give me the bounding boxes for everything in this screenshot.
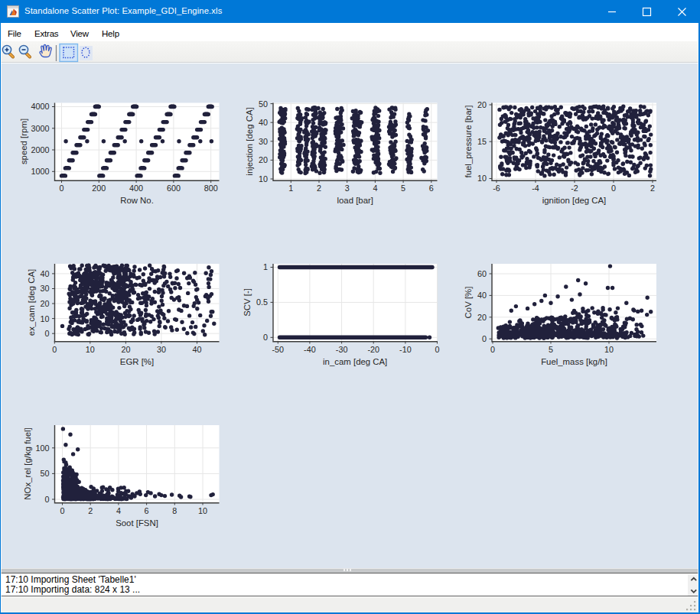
svg-text:CoV [%]: CoV [%] bbox=[464, 287, 473, 319]
svg-text:40: 40 bbox=[192, 345, 201, 354]
svg-text:10: 10 bbox=[604, 345, 614, 354]
svg-text:10: 10 bbox=[86, 345, 95, 354]
svg-text:600: 600 bbox=[167, 184, 181, 193]
svg-text:30: 30 bbox=[157, 345, 166, 354]
svg-text:-20: -20 bbox=[367, 345, 379, 354]
svg-text:speed [rpm]: speed [rpm] bbox=[19, 119, 28, 164]
svg-text:3: 3 bbox=[345, 184, 350, 193]
svg-text:0: 0 bbox=[59, 184, 63, 193]
svg-text:0: 0 bbox=[44, 329, 49, 338]
svg-text:2: 2 bbox=[88, 506, 93, 515]
svg-text:0: 0 bbox=[490, 345, 495, 354]
svg-text:20: 20 bbox=[477, 313, 487, 322]
svg-text:10: 10 bbox=[259, 174, 268, 184]
svg-text:load [bar]: load [bar] bbox=[337, 196, 373, 205]
svg-text:0: 0 bbox=[52, 345, 57, 354]
svg-text:15: 15 bbox=[477, 137, 487, 146]
svg-text:6: 6 bbox=[145, 506, 149, 515]
svg-text:NOx_rel [g/kg fuel]: NOx_rel [g/kg fuel] bbox=[23, 427, 32, 499]
svg-text:5: 5 bbox=[401, 184, 405, 193]
svg-text:40: 40 bbox=[40, 269, 49, 278]
svg-text:-2: -2 bbox=[571, 184, 578, 193]
svg-text:30: 30 bbox=[40, 284, 49, 293]
svg-text:3000: 3000 bbox=[31, 124, 49, 133]
svg-text:6: 6 bbox=[429, 184, 434, 193]
svg-text:0: 0 bbox=[482, 334, 487, 343]
svg-text:ex_cam [deg CA]: ex_cam [deg CA] bbox=[27, 269, 36, 336]
svg-text:20: 20 bbox=[259, 155, 268, 164]
svg-text:0: 0 bbox=[60, 506, 64, 515]
svg-text:200: 200 bbox=[92, 184, 106, 193]
svg-text:4: 4 bbox=[116, 506, 121, 515]
svg-text:0: 0 bbox=[44, 495, 49, 504]
svg-text:10: 10 bbox=[477, 174, 487, 183]
svg-text:10: 10 bbox=[198, 506, 207, 515]
svg-text:-10: -10 bbox=[399, 345, 412, 354]
svg-text:injection [deg CA]: injection [deg CA] bbox=[245, 107, 254, 175]
svg-text:ignition [deg CA]: ignition [deg CA] bbox=[542, 196, 607, 205]
svg-text:-40: -40 bbox=[304, 345, 316, 354]
svg-text:0.5: 0.5 bbox=[256, 297, 268, 307]
svg-text:Soot [FSN]: Soot [FSN] bbox=[116, 518, 158, 528]
svg-text:20: 20 bbox=[121, 345, 130, 354]
svg-text:SCV [-]: SCV [-] bbox=[243, 288, 252, 317]
svg-text:-4: -4 bbox=[532, 184, 539, 193]
svg-text:8: 8 bbox=[172, 506, 177, 515]
svg-text:1: 1 bbox=[263, 262, 268, 271]
svg-text:40: 40 bbox=[477, 291, 487, 300]
svg-text:0: 0 bbox=[435, 345, 439, 354]
svg-text:1: 1 bbox=[288, 184, 293, 193]
svg-text:5: 5 bbox=[549, 345, 553, 354]
svg-text:2: 2 bbox=[317, 184, 321, 193]
svg-text:EGR [%]: EGR [%] bbox=[120, 357, 154, 366]
svg-text:40: 40 bbox=[259, 118, 268, 127]
svg-text:in_cam [deg CA]: in_cam [deg CA] bbox=[323, 357, 387, 366]
svg-text:-6: -6 bbox=[493, 184, 500, 193]
svg-text:-30: -30 bbox=[336, 345, 348, 354]
svg-text:4: 4 bbox=[373, 184, 377, 193]
svg-text:2000: 2000 bbox=[31, 145, 49, 154]
svg-text:Fuel_mass [kg/h]: Fuel_mass [kg/h] bbox=[541, 357, 607, 366]
svg-text:60: 60 bbox=[477, 269, 487, 278]
svg-text:100: 100 bbox=[35, 443, 49, 453]
svg-text:0: 0 bbox=[611, 184, 616, 193]
svg-text:-50: -50 bbox=[272, 345, 284, 354]
svg-text:10: 10 bbox=[40, 314, 49, 323]
svg-text:50: 50 bbox=[40, 469, 49, 478]
svg-text:400: 400 bbox=[129, 184, 143, 193]
svg-text:Row No.: Row No. bbox=[120, 196, 154, 205]
svg-text:0: 0 bbox=[263, 333, 268, 342]
svg-text:4000: 4000 bbox=[31, 102, 49, 111]
svg-text:800: 800 bbox=[204, 184, 218, 193]
svg-text:1000: 1000 bbox=[31, 167, 49, 176]
svg-text:20: 20 bbox=[40, 299, 49, 308]
svg-text:20: 20 bbox=[477, 100, 487, 109]
svg-text:50: 50 bbox=[259, 99, 268, 109]
svg-text:fuel_pressure [bar]: fuel_pressure [bar] bbox=[464, 106, 473, 178]
svg-text:30: 30 bbox=[259, 137, 268, 146]
svg-text:2: 2 bbox=[650, 184, 655, 193]
